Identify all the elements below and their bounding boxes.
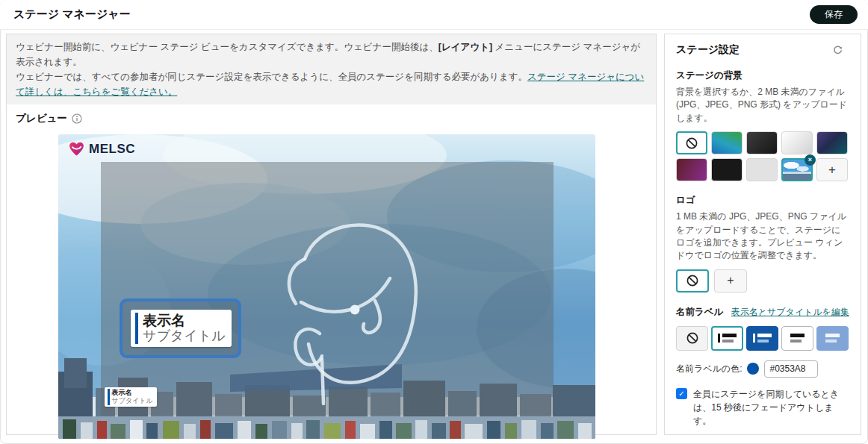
stage-settings-panel: ステージ設定 ステージの背景 背景を選択するか、2 MB 未満のファイル (JP…	[664, 34, 861, 435]
label-style-accent-dark-button[interactable]	[746, 326, 778, 351]
check-icon: ✓	[678, 390, 684, 398]
upload-logo-button[interactable]: +	[714, 269, 747, 293]
stage-logo[interactable]: MELSC	[68, 141, 135, 157]
top-bar: ステージ マネージャー 保存	[0, 0, 868, 30]
no-background-icon	[685, 137, 698, 150]
label-style-glyph	[753, 334, 772, 343]
name-label-drag-handle[interactable]: 表示名 サブタイトル	[120, 298, 241, 358]
label-style-glyph	[718, 334, 737, 343]
background-thumb-light-gray[interactable]	[746, 158, 778, 181]
mini-label-accent-bar	[108, 389, 110, 405]
mini-subtitle-text: サブタイトル	[112, 397, 153, 404]
logo-section-title: ロゴ	[676, 194, 849, 207]
color-swatch[interactable]	[747, 363, 759, 375]
label-style-plain-light-button[interactable]	[781, 326, 813, 351]
banner-line2: ウェビナーでは、すべての参加者が同じステージ設定を表示できるように、全員のステー…	[16, 69, 647, 99]
stage-settings-title: ステージ設定	[676, 43, 740, 57]
preview-title: プレビュー	[16, 112, 67, 125]
background-thumb-silver[interactable]	[781, 131, 813, 154]
stage-manager-panel: ウェビナー開始前に、ウェビナー ステージ ビューをカスタマイズできます。ウェビナ…	[6, 34, 657, 435]
no-logo-icon	[686, 274, 699, 287]
stage-logo-text: MELSC	[89, 142, 135, 157]
background-none-button[interactable]	[676, 131, 707, 154]
edit-display-name-link[interactable]: 表示名とサブタイトルを編集	[731, 306, 849, 319]
name-label-section-title: 名前ラベル	[676, 306, 723, 319]
name-label-text-group: 表示名 サブタイトル	[143, 313, 226, 344]
label-style-accent-light-button[interactable]	[711, 326, 743, 351]
color-hex-input[interactable]	[764, 360, 818, 378]
fadeout-checkbox[interactable]: ✓	[676, 388, 687, 399]
banner-line1-text: ウェビナー開始前に、ウェビナー ステージ ビューをカスタマイズできます。ウェビナ…	[16, 42, 438, 52]
background-thumb-purple-teal[interactable]	[816, 131, 848, 154]
mini-display-name-text: 表示名	[112, 389, 153, 397]
background-thumb-blue-green[interactable]	[711, 131, 743, 154]
info-icon[interactable]	[72, 113, 82, 124]
label-style-glyph	[790, 334, 805, 343]
logo-section-description: 1 MB 未満の JPG、JPEG、PNG ファイルをアップロードすることで、ス…	[676, 210, 849, 263]
remove-background-icon[interactable]: ×	[805, 154, 816, 166]
label-style-none-button[interactable]	[676, 326, 708, 351]
name-label-color-label: 名前ラベルの色:	[676, 363, 742, 375]
preview-stage: MELSC 表示名 サブタイトル 表示名	[58, 134, 595, 439]
melsc-heart-icon	[68, 141, 85, 157]
background-thumbnail-grid: × +	[676, 131, 849, 181]
mini-label-text-group: 表示名 サブタイトル	[112, 389, 153, 405]
display-name-text: 表示名	[143, 313, 226, 329]
fadeout-checkbox-row: ✓ 全員にステージを同期しているときは、15 秒後にフェードアウトします。	[676, 387, 849, 428]
subtitle-text: サブタイトル	[143, 329, 226, 344]
mini-name-label[interactable]: 表示名 サブタイトル	[105, 387, 157, 407]
label-style-glyph	[825, 334, 840, 343]
logo-none-button[interactable]	[676, 269, 709, 293]
banner-line1: ウェビナー開始前に、ウェビナー ステージ ビューをカスタマイズできます。ウェビナ…	[16, 40, 647, 69]
logo-button-row: +	[676, 269, 849, 293]
banner-line2-text: ウェビナーでは、すべての参加者が同じステージ設定を表示できるように、全員のステー…	[16, 72, 527, 82]
preview-stage-wrap: MELSC 表示名 サブタイトル 表示名	[58, 134, 595, 439]
upload-background-button[interactable]: +	[816, 158, 848, 181]
name-label-style-row	[676, 326, 849, 351]
content-area: ウェビナー開始前に、ウェビナー ステージ ビューをカスタマイズできます。ウェビナ…	[0, 30, 868, 435]
refresh-icon[interactable]	[832, 45, 843, 56]
no-label-icon	[686, 331, 699, 345]
name-label-section-header: 名前ラベル 表示名とサブタイトルを編集	[676, 306, 849, 319]
background-thumb-maroon-purple[interactable]	[676, 158, 707, 181]
info-banner: ウェビナー開始前に、ウェビナー ステージ ビューをカスタマイズできます。ウェビナ…	[7, 34, 656, 104]
name-label-accent-bar	[135, 313, 138, 344]
save-button[interactable]: 保存	[810, 5, 858, 24]
name-label-preview: 表示名 サブタイトル	[131, 310, 232, 347]
background-section-description: 背景を選択するか、2 MB 未満のファイル (JPG、JPEG、PNG 形式) …	[676, 86, 849, 125]
background-section-title: ステージの背景	[676, 69, 849, 82]
name-label-color-row: 名前ラベルの色:	[676, 360, 849, 378]
background-thumb-city-selected[interactable]: ×	[781, 158, 813, 181]
preview-heading-row: プレビュー	[7, 104, 656, 125]
stage-settings-header: ステージ設定	[676, 43, 849, 57]
page-title: ステージ マネージャー	[13, 7, 131, 22]
fadeout-checkbox-label: 全員にステージを同期しているときは、15 秒後にフェードアウトします。	[693, 387, 849, 428]
banner-layout-bold: [レイアウト]	[438, 42, 492, 52]
label-style-plain-dark-button[interactable]	[816, 326, 849, 351]
face-outline-illustration	[282, 213, 428, 407]
background-thumb-charcoal[interactable]	[746, 131, 778, 154]
background-thumb-black[interactable]	[711, 158, 743, 181]
